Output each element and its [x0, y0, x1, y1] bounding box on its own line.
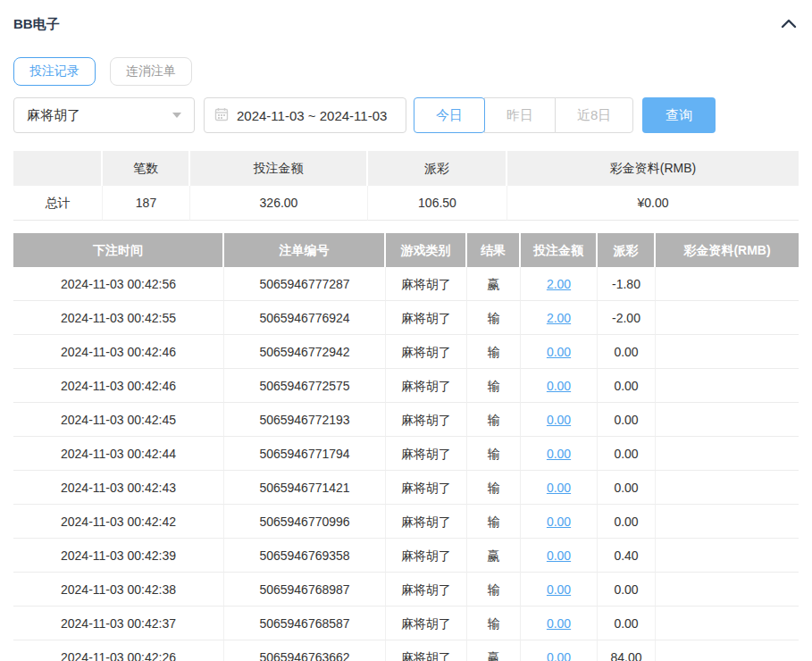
bet-amount-link[interactable]: 0.00 — [547, 413, 571, 427]
cell-bet-amount: 0.00 — [521, 335, 598, 369]
bet-amount-link[interactable]: 2.00 — [547, 277, 571, 291]
cell-bet-time: 2024-11-03 00:42:37 — [13, 607, 224, 640]
cell-order-number: 5065946776924 — [224, 301, 386, 335]
date-range-picker[interactable]: 2024-11-03 ~ 2024-11-03 — [204, 97, 406, 133]
cell-game-type: 麻将胡了 — [386, 369, 467, 403]
cell-bet-amount: 0.00 — [521, 640, 598, 661]
tab-bet-records[interactable]: 投注记录 — [13, 57, 96, 86]
col-header-bet-amount: 投注金额 — [521, 233, 598, 267]
cell-bet-time: 2024-11-03 00:42:45 — [13, 403, 224, 437]
cell-result: 输 — [467, 471, 521, 505]
summary-total-count: 187 — [103, 186, 190, 221]
range-yesterday-button[interactable]: 昨日 — [484, 97, 556, 133]
summary-total-bet-amount: 326.00 — [190, 186, 368, 221]
col-header-bonus: 彩金资料(RMB) — [656, 233, 799, 267]
table-row: 2024-11-03 00:42:39 5065946769358 麻将胡了 赢… — [13, 539, 799, 573]
cell-bet-amount: 0.00 — [521, 539, 598, 573]
bet-records-panel: BB电子 投注记录 连消注单 麻将胡了 — [0, 0, 812, 661]
cell-payout: 0.00 — [598, 607, 656, 640]
cell-bonus — [656, 471, 799, 505]
summary-header-count: 笔数 — [103, 151, 190, 186]
range-last8days-button[interactable]: 近8日 — [555, 97, 633, 133]
cell-bet-amount: 0.00 — [521, 437, 598, 471]
cell-order-number: 5065946772942 — [224, 335, 386, 369]
calendar-icon — [214, 107, 229, 124]
bet-amount-link[interactable]: 0.00 — [547, 548, 571, 563]
summary-header-row: 笔数 投注金额 派彩 彩金资料(RMB) — [13, 151, 799, 186]
cell-bonus — [656, 267, 799, 301]
cell-result: 输 — [467, 573, 521, 607]
table-row: 2024-11-03 00:42:26 5065946763662 麻将胡了 赢… — [13, 640, 799, 661]
cell-payout: 0.00 — [598, 573, 656, 607]
cell-payout: -1.80 — [598, 267, 656, 301]
cell-game-type: 麻将胡了 — [386, 437, 467, 471]
bet-amount-link[interactable]: 2.00 — [547, 311, 571, 325]
cell-bet-time: 2024-11-03 00:42:26 — [13, 640, 224, 661]
cell-bonus — [656, 539, 799, 573]
cell-result: 输 — [467, 301, 521, 335]
cell-bet-time: 2024-11-03 00:42:56 — [13, 267, 224, 301]
bet-amount-link[interactable]: 0.00 — [547, 447, 571, 461]
game-select[interactable]: 麻将胡了 — [13, 97, 195, 133]
chevron-down-icon — [172, 113, 181, 118]
bet-amount-link[interactable]: 0.00 — [547, 582, 571, 597]
tab-cascading-orders[interactable]: 连消注单 — [110, 57, 192, 86]
table-row: 2024-11-03 00:42:38 5065946768987 麻将胡了 输… — [13, 573, 799, 607]
cell-game-type: 麻将胡了 — [386, 267, 467, 301]
cell-result: 输 — [467, 403, 521, 437]
bet-table: 下注时间 注单编号 游戏类别 结果 投注金额 派彩 彩金资料(RMB) 2024… — [13, 233, 799, 661]
game-select-value: 麻将胡了 — [27, 107, 80, 124]
cell-result: 输 — [467, 369, 521, 403]
cell-bet-time: 2024-11-03 00:42:46 — [13, 369, 224, 403]
quick-range-group: 今日 昨日 近8日 — [414, 97, 633, 133]
cell-order-number: 5065946768987 — [224, 573, 386, 607]
table-row: 2024-11-03 00:42:37 5065946768587 麻将胡了 输… — [13, 607, 799, 640]
summary-total-label: 总计 — [13, 186, 103, 221]
summary-table: 笔数 投注金额 派彩 彩金资料(RMB) 总计 187 326.00 106.5… — [13, 151, 799, 221]
cell-result: 赢 — [467, 539, 521, 573]
cell-order-number: 5065946763662 — [224, 640, 386, 661]
cell-result: 输 — [467, 607, 521, 640]
collapse-panel-button[interactable] — [779, 14, 799, 34]
cell-result: 赢 — [467, 267, 521, 301]
cell-bonus — [656, 640, 799, 661]
col-header-payout: 派彩 — [598, 233, 656, 267]
query-button[interactable]: 查询 — [642, 97, 716, 133]
table-row: 2024-11-03 00:42:45 5065946772193 麻将胡了 输… — [13, 403, 799, 437]
table-row: 2024-11-03 00:42:44 5065946771794 麻将胡了 输… — [13, 437, 799, 471]
summary-header-bonus: 彩金资料(RMB) — [507, 151, 799, 186]
cell-bet-amount: 0.00 — [521, 573, 598, 607]
cell-bet-amount: 2.00 — [521, 301, 598, 335]
cell-payout: 0.00 — [598, 403, 656, 437]
table-row: 2024-11-03 00:42:55 5065946776924 麻将胡了 输… — [13, 301, 799, 335]
cell-payout: 0.00 — [598, 505, 656, 539]
bet-amount-link[interactable]: 0.00 — [547, 345, 571, 359]
bet-amount-link[interactable]: 0.00 — [547, 379, 571, 393]
cell-payout: 0.00 — [598, 437, 656, 471]
table-row: 2024-11-03 00:42:46 5065946772575 麻将胡了 输… — [13, 369, 799, 403]
bet-amount-link[interactable]: 0.00 — [547, 515, 571, 529]
cell-bet-amount: 0.00 — [521, 607, 598, 640]
panel-header: BB电子 — [13, 0, 799, 34]
summary-header-blank — [13, 151, 103, 186]
cell-bonus — [656, 573, 799, 607]
cell-bonus — [656, 335, 799, 369]
cell-payout: 84.00 — [598, 640, 656, 661]
range-today-button[interactable]: 今日 — [414, 97, 485, 133]
cell-payout: -2.00 — [598, 301, 656, 335]
cell-game-type: 麻将胡了 — [386, 505, 467, 539]
cell-bet-amount: 2.00 — [521, 267, 598, 301]
cell-bet-time: 2024-11-03 00:42:55 — [13, 301, 224, 335]
cell-bet-time: 2024-11-03 00:42:44 — [13, 437, 224, 471]
bet-amount-link[interactable]: 0.00 — [547, 481, 571, 495]
cell-bet-time: 2024-11-03 00:42:38 — [13, 573, 224, 607]
cell-order-number: 5065946771794 — [224, 437, 386, 471]
summary-header-bet-amount: 投注金额 — [190, 151, 368, 186]
cell-order-number: 5065946777287 — [224, 267, 386, 301]
cell-game-type: 麻将胡了 — [386, 539, 467, 573]
summary-total-bonus: ¥0.00 — [507, 186, 799, 221]
bet-amount-link[interactable]: 0.00 — [547, 650, 571, 661]
cell-game-type: 麻将胡了 — [386, 301, 467, 335]
bet-amount-link[interactable]: 0.00 — [547, 616, 571, 631]
cell-game-type: 麻将胡了 — [386, 335, 467, 369]
